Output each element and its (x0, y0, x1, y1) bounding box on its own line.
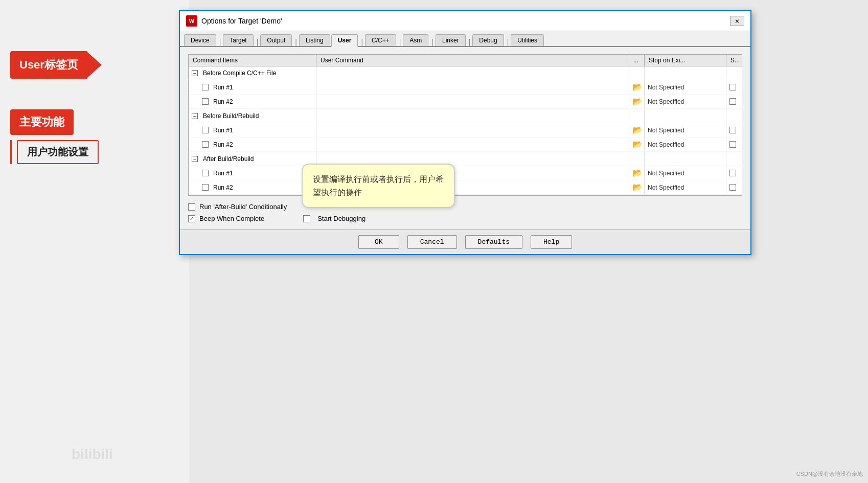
beep-complete-checkbox[interactable] (188, 215, 195, 222)
tab-target[interactable]: Target (223, 34, 253, 46)
run1-not-specified: Not Specified (645, 80, 726, 94)
tab-sep-4: | (359, 34, 365, 46)
header-stop-on-exit: Stop on Exi... (645, 55, 726, 66)
tab-sep-6: | (429, 34, 436, 46)
checkbox-row-1: Run 'After-Build' Conditionally (188, 203, 742, 211)
parent-label-before-compile: − Before Compile C/C++ File (189, 66, 316, 80)
ab-run1-s-check[interactable] (726, 166, 742, 180)
ab-run1-checkbox[interactable] (202, 170, 209, 176)
help-button[interactable]: Help (531, 235, 572, 249)
tab-utilities[interactable]: Utilities (511, 34, 544, 46)
main-func-section: 主要功能 用户功能设置 (10, 109, 99, 164)
tab-asm[interactable]: Asm (403, 34, 428, 46)
run1-s-check[interactable] (726, 80, 742, 94)
after-build-stop (645, 152, 726, 166)
run2-checkbox[interactable] (202, 98, 209, 105)
table-row: Run #2 📂 Not Specified (189, 95, 742, 109)
table-header: Command Items User Command ... Stop on E… (189, 55, 742, 66)
ab-run2-s-check[interactable] (726, 180, 742, 194)
defaults-button[interactable]: Defaults (465, 235, 522, 249)
run2-after-build-name: Run #2 (199, 180, 316, 194)
after-build-conditional-checkbox[interactable] (188, 203, 195, 211)
run2-before-compile-name: Run #2 (199, 95, 316, 108)
ab-run2-folder[interactable]: 📂 (629, 180, 645, 194)
before-compile-label: Before Compile C/C++ File (203, 70, 276, 77)
run2-command-input[interactable] (316, 95, 629, 108)
before-build-command[interactable] (316, 109, 629, 123)
dialog-title-left: W Options for Target 'Demo' (186, 15, 282, 27)
sub-func-label: 用户功能设置 (17, 140, 99, 164)
not-specified-text: Not Specified (648, 141, 684, 148)
run1-checkbox[interactable] (202, 84, 209, 90)
command-table: Command Items User Command ... Stop on E… (188, 54, 742, 196)
before-compile-ellipsis (629, 66, 645, 80)
tab-listing[interactable]: Listing (299, 34, 330, 46)
run2-label: Run #2 (213, 98, 233, 105)
bb-run2-command-input[interactable] (316, 137, 629, 151)
dialog-content: Command Items User Command ... Stop on E… (180, 47, 750, 229)
parent-label-after-build: − After Build/Rebuild (189, 152, 316, 166)
user-tab-box: User标签页 (10, 51, 87, 79)
bb-run2-folder[interactable]: 📂 (629, 137, 645, 151)
main-func-text: 主要功能 (19, 116, 64, 128)
tab-user[interactable]: User (331, 34, 358, 47)
bb-run1-folder[interactable]: 📂 (629, 123, 645, 137)
run2-s-checkbox[interactable] (729, 98, 736, 105)
ab-run1-s-checkbox[interactable] (729, 170, 736, 176)
bb-run2-s-checkbox[interactable] (729, 141, 736, 148)
close-icon: × (735, 17, 739, 25)
not-specified-text: Not Specified (648, 184, 684, 191)
tab-cpp[interactable]: C/C++ (365, 34, 396, 46)
left-annotation-panel: User标签页 主要功能 用户功能设置 (0, 0, 189, 483)
bb-run1-s-check[interactable] (726, 123, 742, 137)
tooltip-bubble: 设置编译执行前或者执行后，用户希望执行的操作 (302, 164, 455, 208)
bb-run2-s-check[interactable] (726, 137, 742, 151)
ab-run2-s-checkbox[interactable] (729, 184, 736, 191)
table-row: Run #1 📂 Not Specified (189, 80, 742, 95)
keil-icon: W (186, 15, 197, 27)
dialog-title-text: Options for Target 'Demo' (201, 17, 282, 25)
header-user-command: User Command (316, 55, 629, 66)
beep-complete-label: Beep When Complete (199, 215, 264, 222)
table-row: Run #2 📂 Not Specified (189, 137, 742, 152)
before-compile-command[interactable] (316, 66, 629, 80)
bb-run1-command-input[interactable] (316, 123, 629, 137)
expand-icon[interactable]: − (192, 70, 198, 76)
table-row: Run #1 📂 Not Specified (189, 123, 742, 137)
expand-icon[interactable]: − (192, 156, 198, 162)
ab-run1-folder[interactable]: 📂 (629, 166, 645, 180)
run2-s-check[interactable] (726, 95, 742, 108)
watermark-text: CSDN@没有余地没有余地 (796, 471, 863, 477)
tab-output[interactable]: Output (260, 34, 292, 46)
run2-not-specified: Not Specified (645, 95, 726, 108)
run1-after-build-name: Run #1 (199, 166, 316, 180)
bb-run1-checkbox[interactable] (202, 127, 209, 133)
before-compile-s (726, 66, 742, 80)
cancel-button[interactable]: Cancel (407, 235, 457, 249)
folder-icon: 📂 (632, 125, 643, 135)
tooltip-text: 设置编译执行前或者执行后，用户希望执行的操作 (313, 175, 444, 197)
run2-folder[interactable]: 📂 (629, 95, 645, 108)
run1-folder[interactable]: 📂 (629, 80, 645, 94)
close-button[interactable]: × (730, 16, 744, 26)
expand-icon[interactable]: − (192, 113, 198, 119)
run1-command-input[interactable] (316, 80, 629, 94)
tab-device[interactable]: Device (184, 34, 216, 46)
ok-button[interactable]: OK (358, 235, 399, 249)
dialog-footer: OK Cancel Defaults Help (180, 229, 750, 254)
section-before-compile: − Before Compile C/C++ File Run #1 (189, 66, 742, 109)
tab-linker[interactable]: Linker (436, 34, 466, 46)
bb-run2-label: Run #2 (213, 141, 233, 148)
before-build-ellipsis (629, 109, 645, 123)
after-build-conditional-label: Run 'After-Build' Conditionally (199, 203, 287, 211)
tabs-row: Device | Target | Output | Listing User … (180, 31, 750, 47)
bb-run2-checkbox[interactable] (202, 141, 209, 148)
ab-run2-label: Run #2 (213, 184, 233, 191)
bb-run1-not-specified: Not Specified (645, 123, 726, 137)
bb-run1-s-checkbox[interactable] (729, 127, 736, 133)
run1-s-checkbox[interactable] (729, 84, 736, 90)
tab-debug[interactable]: Debug (472, 34, 504, 46)
ab-run2-checkbox[interactable] (202, 184, 209, 191)
start-debugging-checkbox[interactable] (303, 215, 310, 222)
table-row: Run #1 📂 Not Specified (189, 166, 742, 180)
